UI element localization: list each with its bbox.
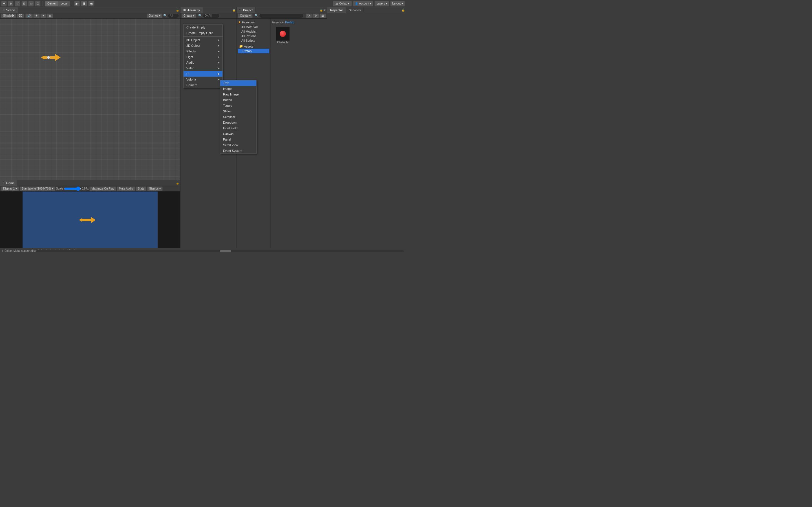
- scene-tab[interactable]: ⊞ Scene: [0, 7, 18, 13]
- project-scroll-track[interactable]: [36, 250, 404, 252]
- video-item[interactable]: Video ▶: [184, 65, 222, 71]
- collab-label: Collab ▾: [339, 2, 349, 5]
- assets-root-item[interactable]: 📁 Assets: [238, 44, 269, 49]
- project-tab[interactable]: ⊞ Project: [237, 7, 256, 13]
- obstacle-asset[interactable]: Obstacle: [273, 25, 293, 45]
- favorites-label: Favorites: [242, 20, 255, 24]
- project-create-btn[interactable]: Create ▾: [238, 13, 253, 18]
- fav-all-prefabs[interactable]: All Prefabs: [238, 34, 269, 38]
- rect-tool-button[interactable]: ▭: [28, 1, 34, 6]
- fav-all-models[interactable]: All Models: [238, 29, 269, 34]
- collab-button[interactable]: Collab ▾: [333, 1, 352, 6]
- game-lock-icon[interactable]: 🔒: [176, 182, 179, 184]
- project-settings-btn[interactable]: ⚙: [312, 13, 319, 18]
- 2d-object-item[interactable]: 2D Object ▶: [184, 43, 222, 48]
- twod-toggle[interactable]: 2D: [17, 13, 24, 18]
- grid-toggle[interactable]: ⊞: [47, 13, 53, 18]
- ui-scrollbar-item[interactable]: Scrollbar: [220, 114, 256, 120]
- project-refresh-btn[interactable]: ⟳: [306, 13, 312, 18]
- project-eye-icon[interactable]: 👁: [323, 9, 326, 11]
- mute-btn[interactable]: Mute Audio: [117, 186, 135, 191]
- create-empty-item[interactable]: Create Empty: [184, 24, 222, 30]
- fav-all-scripts[interactable]: All Scripts: [238, 38, 269, 43]
- game-arrow-body: [82, 219, 89, 221]
- ui-raw-image-item[interactable]: Raw Image: [220, 92, 256, 97]
- ui-canvas-item[interactable]: Canvas: [220, 131, 256, 136]
- project-search-icon: 🔍: [255, 14, 259, 17]
- chevron-down-icon: ▾: [13, 14, 14, 17]
- ui-dropdown-item[interactable]: Dropdown: [220, 120, 256, 125]
- ui-image-item[interactable]: Image: [220, 86, 256, 92]
- local-button[interactable]: Local: [58, 1, 70, 6]
- move-tool-button[interactable]: ⊕: [8, 1, 13, 6]
- play-button[interactable]: ▶: [74, 1, 80, 6]
- ui-panel-item[interactable]: Panel: [220, 136, 256, 142]
- gizmos-dropdown[interactable]: Gizmos ▾: [147, 13, 162, 18]
- game-arrow-head: [91, 217, 96, 223]
- ui-button-item[interactable]: Button: [220, 97, 256, 103]
- project-lock-icon[interactable]: 🔒: [320, 9, 323, 11]
- display-dropdown[interactable]: Display 1 ▾: [1, 186, 19, 191]
- project-scroll-thumb[interactable]: [220, 250, 231, 252]
- scene-viewport[interactable]: [0, 18, 180, 180]
- vuforia-item[interactable]: Vuforia ▶: [184, 76, 222, 82]
- hierarchy-create-btn[interactable]: Create ▾: [182, 13, 196, 18]
- ui-text-item[interactable]: Text: [220, 80, 256, 86]
- scene-lock-icon[interactable]: 🔒: [176, 9, 179, 11]
- project-search-input[interactable]: [259, 13, 304, 18]
- top-toolbar: ✥ ⊕ ↺ ⊡ ▭ ⬡ Center Local ▶ ⏸ ⏭ Collab ▾ …: [0, 0, 406, 7]
- ui-event-system-item[interactable]: Event System: [220, 148, 256, 154]
- fav-all-materials[interactable]: All Materials: [238, 25, 269, 29]
- scene-toolbar: Shaded ▾ 2D 🔊 ☀ ✦ ⊞ Gizmos ▾ 🔍: [0, 13, 180, 18]
- hierarchy-search-input[interactable]: [203, 13, 220, 18]
- light-item[interactable]: Light ▶: [184, 54, 222, 60]
- transform-tool-button[interactable]: ⬡: [35, 1, 41, 6]
- inspector-tab[interactable]: Inspector: [327, 7, 346, 13]
- services-tab[interactable]: Services: [346, 7, 364, 13]
- ui-toggle-item[interactable]: Toggle: [220, 103, 256, 108]
- ui-slider-item[interactable]: Slider: [220, 108, 256, 114]
- cloud-icon: [335, 2, 338, 5]
- hierarchy-tab[interactable]: ⊞ Hierarchy: [181, 7, 203, 13]
- pivot-toggle: Center Local: [45, 1, 70, 6]
- game-gizmos-dropdown[interactable]: Gizmos ▾: [147, 186, 163, 191]
- account-button[interactable]: Account ▾: [353, 1, 373, 6]
- inspector-content: [327, 13, 406, 248]
- inspector-lock-btn[interactable]: 🔒: [402, 8, 405, 11]
- maximize-btn[interactable]: Maximize On Play: [89, 186, 116, 191]
- skybox-toggle[interactable]: ☀: [33, 13, 40, 18]
- scale-slider[interactable]: [64, 187, 81, 190]
- layout-button[interactable]: Layout ▾: [390, 1, 405, 6]
- submenu-arrow-vuforia: ▶: [218, 78, 220, 81]
- hand-tool-button[interactable]: ✥: [1, 1, 7, 6]
- game-tab[interactable]: ⊞ Game: [0, 180, 18, 186]
- sound-toggle[interactable]: 🔊: [26, 13, 33, 18]
- ui-scroll-view-item[interactable]: Scroll View: [220, 142, 256, 148]
- scene-tab-label: Scene: [6, 8, 15, 12]
- scene-search-input[interactable]: [168, 13, 179, 18]
- layers-button[interactable]: Layers ▾: [374, 1, 389, 6]
- project-view-btn[interactable]: ☰: [319, 13, 326, 18]
- services-tab-label: Services: [349, 8, 361, 12]
- resolution-dropdown[interactable]: Standalone (1024x768) ▾: [20, 186, 55, 191]
- effects-item[interactable]: Effects ▶: [184, 48, 222, 54]
- fx-toggle[interactable]: ✦: [40, 13, 47, 18]
- ui-item[interactable]: UI ▶: [184, 71, 222, 76]
- camera-item[interactable]: Camera: [184, 82, 222, 88]
- create-empty-child-item[interactable]: Create Empty Child: [184, 30, 222, 36]
- scale-tool-button[interactable]: ⊡: [21, 1, 27, 6]
- rotate-tool-button[interactable]: ↺: [15, 1, 20, 6]
- center-button[interactable]: Center: [45, 1, 58, 6]
- scene-right-toolbar: Gizmos ▾ 🔍: [147, 13, 179, 18]
- arrow-circle: [47, 56, 50, 59]
- ui-input-field-item[interactable]: Input Field: [220, 125, 256, 131]
- stats-btn[interactable]: Stats: [136, 186, 146, 191]
- 3d-object-item[interactable]: 3D Object ▶: [184, 37, 222, 43]
- pause-button[interactable]: ⏸: [81, 1, 87, 6]
- hierarchy-tab-icon: ⊞: [183, 8, 186, 12]
- prefab-folder-item[interactable]: Prefab: [238, 49, 269, 53]
- shaded-dropdown[interactable]: Shaded ▾: [1, 13, 16, 18]
- step-button[interactable]: ⏭: [88, 1, 94, 6]
- hierarchy-lock-icon[interactable]: 🔒: [232, 9, 236, 11]
- audio-item[interactable]: Audio ▶: [184, 60, 222, 65]
